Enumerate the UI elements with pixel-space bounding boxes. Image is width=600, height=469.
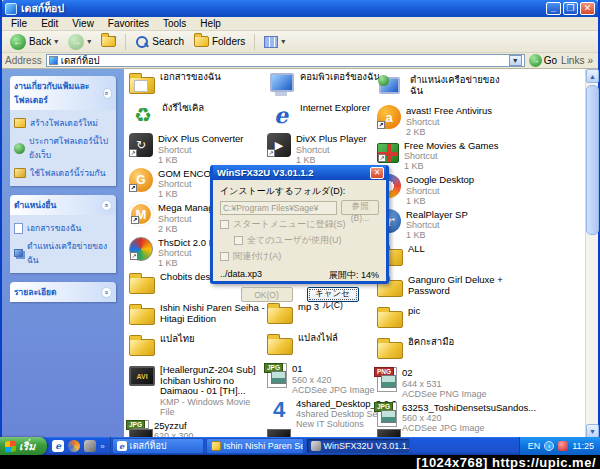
file-tile[interactable]: Ganguro Girl Deluxe + Password — [377, 274, 512, 302]
taskbar-button-winsfx[interactable]: WinSFX32U V3.01.1.2 — [306, 438, 410, 454]
links-button[interactable]: Links » — [561, 55, 595, 66]
file-icon — [377, 367, 397, 392]
quicklaunch-browser-icon[interactable] — [68, 440, 80, 452]
close-button[interactable]: ✕ — [580, 2, 595, 15]
taskbar-button-ishin[interactable]: Ishin Nishi Paren Seih... — [206, 438, 304, 454]
scroll-down-icon[interactable]: ▼ — [586, 424, 599, 438]
file-tile[interactable]: 02 644 x 531 ACDSee PNG Image — [377, 367, 512, 399]
place-link[interactable]: ตำแหน่งเครือข่ายของฉัน — [13, 237, 113, 269]
cancel-button[interactable]: キャンセル(C) — [307, 287, 359, 302]
expand-icon[interactable]: « — [101, 287, 112, 298]
back-dropdown-icon[interactable]: ▾ — [54, 37, 58, 46]
shortcut-overlay-icon — [267, 149, 275, 157]
section-header[interactable]: งานเกี่ยวกับแฟ้มและโฟลเดอร์ « — [10, 76, 116, 110]
menu-item[interactable]: Favorites — [101, 18, 156, 29]
file-tile[interactable]: Google Desktop Shortcut 1 KB — [377, 174, 512, 206]
task-link[interactable]: ประกาศโฟลเดอร์นี้ไปยังเว็บ — [13, 132, 113, 164]
quicklaunch-media-icon[interactable] — [84, 440, 96, 452]
browse-button[interactable]: 参照(B)... — [341, 200, 379, 215]
address-dropdown-icon[interactable]: ▼ — [509, 55, 522, 66]
file-tile[interactable]: Free Movies & Games Shortcut 1 KB — [377, 140, 512, 172]
file-icon — [377, 342, 403, 359]
file-tile[interactable]: แปลไทย — [129, 333, 267, 361]
file-icon — [129, 308, 155, 325]
associate-checkbox[interactable] — [220, 252, 229, 261]
current-file-text: ../data.xp3 — [220, 269, 262, 282]
tray-app-icon[interactable] — [558, 441, 568, 451]
go-icon: → — [529, 54, 542, 67]
toolbar-separator — [254, 34, 255, 50]
menu-item[interactable]: File — [4, 18, 34, 29]
restore-button[interactable]: ❐ — [563, 2, 578, 15]
address-combo[interactable]: เดสก์ท็อป ▼ — [46, 54, 525, 67]
startmenu-checkbox[interactable] — [220, 220, 229, 229]
minimize-button[interactable]: _ — [546, 2, 561, 15]
system-tray: EN ‹ 11:25 — [519, 437, 600, 455]
file-icon — [129, 133, 153, 157]
file-tile[interactable]: RealPlayer SP Shortcut 1 KB — [377, 209, 512, 241]
file-tile[interactable]: คอมพิวเตอร์ของฉัน — [267, 71, 389, 99]
taskbar-button-desktop[interactable]: e เดสก์ท็อป — [112, 438, 204, 454]
file-tile[interactable]: pic — [377, 305, 512, 333]
file-tile[interactable]: เอกสารของฉัน — [129, 71, 267, 99]
file-tile[interactable]: avast! Free Antivirus Shortcut 2 KB — [377, 105, 512, 137]
clock[interactable]: 11:25 — [572, 441, 594, 451]
collapse-icon[interactable]: « — [101, 200, 112, 211]
file-tile[interactable]: 4shared_Desktop_3.2.0 4shared Desktop Se… — [267, 398, 389, 430]
dialog-close-icon[interactable]: ✕ — [370, 167, 384, 179]
window-icon — [5, 3, 17, 15]
menu-item[interactable]: Edit — [34, 18, 65, 29]
file-tile[interactable]: ตำแหน่งเครือข่ายของฉัน — [377, 74, 512, 102]
ok-button[interactable]: OK(O) — [241, 287, 293, 302]
file-name: Free Movies & Games — [404, 141, 499, 152]
title-bar[interactable]: เดสก์ท็อป _ ❐ ✕ — [2, 0, 598, 17]
forward-dropdown-icon[interactable]: ▾ — [87, 37, 91, 46]
collapse-icon[interactable]: « — [103, 88, 112, 99]
task-label: สร้างโฟลเดอร์ใหม่ — [30, 116, 98, 130]
file-icon — [267, 363, 287, 388]
section-header[interactable]: รายละเอียด « — [10, 282, 116, 302]
file-name: Ganguro Girl Deluxe + Password — [408, 275, 512, 296]
file-icon — [129, 339, 155, 356]
file-tile[interactable]: [HeallergunZ-204 Sub] Ichiban Ushiro no … — [129, 364, 267, 417]
go-button[interactable]: → Go — [529, 54, 557, 67]
dialog-title-bar[interactable]: WinSFX32U V3.01.1.2 ✕ — [213, 165, 386, 180]
file-tile[interactable]: ถังรีไซเคิล — [129, 102, 267, 130]
folders-button[interactable]: Folders — [190, 35, 249, 48]
menu-item[interactable]: Help — [193, 18, 228, 29]
install-folder-input[interactable] — [220, 201, 337, 215]
winsfx-dialog[interactable]: WinSFX32U V3.01.1.2 ✕ インストールするフォルダ(D): 参… — [210, 165, 389, 284]
up-button[interactable]: ↑ — [97, 35, 120, 48]
file-tile[interactable]: DivX Plus Converter Shortcut 1 KB — [129, 133, 267, 165]
file-detail-2: ACDSee PNG Image — [402, 389, 487, 399]
forward-button[interactable]: → ▾ — [64, 33, 95, 51]
views-button[interactable]: ▾ — [260, 35, 289, 49]
scrollbar-thumb[interactable] — [586, 85, 599, 235]
menu-item[interactable]: View — [65, 18, 101, 29]
place-link[interactable]: เอกสารของฉัน — [13, 219, 113, 237]
vertical-scrollbar[interactable]: ▲ ▼ — [585, 69, 598, 438]
tray-collapse-icon[interactable]: ‹ — [544, 441, 554, 451]
file-tile[interactable]: 01 560 x 420 ACDSee JPG Image — [267, 363, 389, 395]
menu-item[interactable]: Tools — [156, 18, 193, 29]
task-icon — [14, 168, 26, 178]
start-button[interactable]: เริ่ม — [0, 437, 47, 455]
file-tile[interactable]: Internet Explorer — [267, 102, 389, 130]
quicklaunch-ie-icon[interactable]: e — [52, 440, 64, 452]
allusers-checkbox[interactable] — [234, 236, 243, 245]
file-tile[interactable]: ฮิคกะสามือ — [377, 336, 512, 364]
file-tile[interactable]: Ishin Nishi Paren Seiha - Hitagi Edition — [129, 302, 267, 330]
task-link[interactable]: สร้างโฟลเดอร์ใหม่ — [13, 114, 113, 132]
section-header[interactable]: ตำแหน่งอื่น « — [10, 195, 116, 215]
quicklaunch-chevron-icon[interactable]: » — [100, 442, 104, 451]
scroll-up-icon[interactable]: ▲ — [586, 69, 599, 83]
back-button[interactable]: ← Back ▾ — [6, 33, 62, 51]
file-tile[interactable]: DivX Plus Player Shortcut 1 KB — [267, 133, 389, 165]
views-dropdown-icon[interactable]: ▾ — [281, 37, 285, 46]
language-indicator[interactable]: EN — [528, 441, 541, 451]
file-detail-2: ACDSee JPG Image — [402, 423, 536, 433]
file-tile[interactable]: ALL — [377, 243, 512, 271]
task-link[interactable]: ใช้โฟลเดอร์นี้ร่วมกัน — [13, 164, 113, 182]
search-button[interactable]: Search — [131, 34, 188, 50]
file-tile[interactable]: แปลงไฟล์ — [267, 332, 389, 360]
